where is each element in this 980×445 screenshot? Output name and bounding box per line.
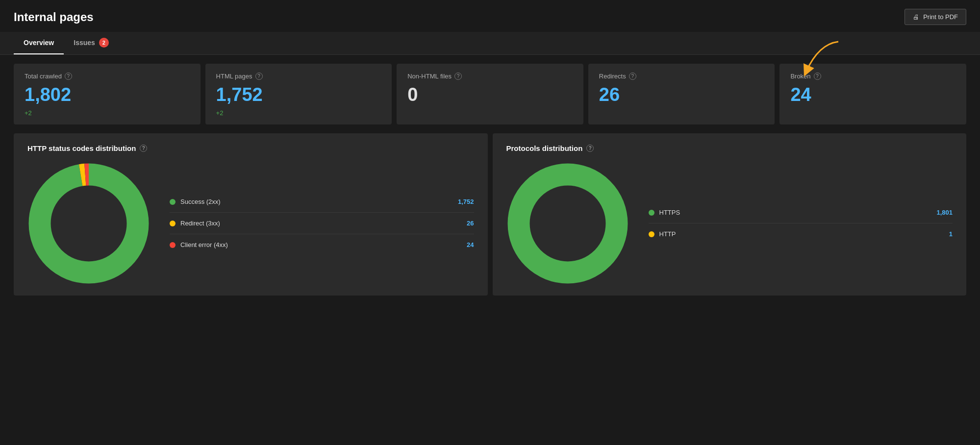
charts-row: HTTP status codes distribution ?: [0, 133, 980, 309]
http-status-chart-card: HTTP status codes distribution ?: [14, 133, 488, 296]
svg-point-3: [62, 197, 116, 250]
stat-redirects-label: Redirects ?: [599, 73, 764, 80]
client-error-count: 24: [467, 241, 474, 248]
broken-help-icon[interactable]: ?: [814, 73, 821, 80]
redirect-dot: [170, 221, 176, 226]
http-donut-chart: [27, 162, 150, 285]
protocols-legend: HTTPS 1,801 HTTP 1: [649, 202, 953, 245]
success-dot: [170, 199, 176, 205]
client-error-dot: [170, 242, 176, 248]
protocols-chart-title: Protocols distribution ?: [506, 144, 953, 152]
redirect-label: Redirect (3xx): [180, 220, 220, 227]
stat-broken: Broken ? 24: [779, 64, 966, 124]
stat-total-crawled-delta: +2: [25, 109, 190, 117]
success-label: Success (2xx): [180, 198, 221, 205]
http-count: 1: [949, 230, 953, 238]
protocols-chart-card: Protocols distribution ?: [493, 133, 967, 296]
page-header: Internal pages 🖨 Print to PDF: [0, 0, 980, 32]
stat-non-html-files-value: 0: [407, 85, 573, 105]
stat-html-pages-value: 1,752: [216, 85, 381, 105]
redirects-help-icon[interactable]: ?: [629, 73, 636, 80]
http-chart-help-icon[interactable]: ?: [140, 145, 147, 152]
stat-total-crawled: Total crawled ? 1,802 +2: [14, 64, 201, 124]
http-label: HTTP: [659, 230, 676, 238]
legend-item-https: HTTPS 1,801: [649, 202, 953, 223]
success-count: 1,752: [458, 198, 474, 205]
tab-overview-label: Overview: [24, 39, 54, 47]
https-count: 1,801: [936, 209, 953, 216]
redirect-count: 26: [467, 220, 474, 227]
legend-item-success: Success (2xx) 1,752: [170, 191, 474, 213]
client-error-label: Client error (4xx): [180, 241, 228, 248]
stat-non-html-files-label: Non-HTML files ?: [407, 73, 573, 80]
stat-html-pages: HTML pages ? 1,752 +2: [205, 64, 392, 124]
total-crawled-help-icon[interactable]: ?: [65, 73, 72, 80]
stat-html-pages-label: HTML pages ?: [216, 73, 381, 80]
stat-broken-label: Broken ?: [790, 73, 955, 80]
legend-item-redirect: Redirect (3xx) 26: [170, 213, 474, 234]
http-status-legend: Success (2xx) 1,752 Redirect (3xx) 26 Cl…: [170, 191, 474, 255]
stat-total-crawled-value: 1,802: [25, 85, 190, 105]
html-pages-help-icon[interactable]: ?: [255, 73, 263, 80]
stats-row: Total crawled ? 1,802 +2 HTML pages ? 1,…: [0, 55, 980, 133]
print-icon: 🖨: [913, 13, 919, 21]
tab-overview[interactable]: Overview: [14, 32, 64, 54]
print-label: Print to PDF: [923, 13, 958, 21]
tabs-bar: Overview Issues 2: [0, 32, 980, 55]
stat-non-html-files: Non-HTML files ? 0: [397, 64, 583, 124]
non-html-help-icon[interactable]: ?: [454, 73, 462, 80]
stat-total-crawled-label: Total crawled ?: [25, 73, 190, 80]
stat-html-pages-delta: +2: [216, 109, 381, 117]
legend-item-client-error: Client error (4xx) 24: [170, 234, 474, 255]
svg-point-6: [541, 197, 595, 250]
https-dot: [649, 210, 654, 216]
protocols-donut-chart: [506, 162, 629, 285]
stat-redirects-value: 26: [599, 85, 764, 105]
page-title: Internal pages: [14, 10, 94, 24]
http-status-chart-title: HTTP status codes distribution ?: [27, 144, 474, 152]
tab-issues-label: Issues: [74, 39, 95, 47]
https-label: HTTPS: [659, 209, 680, 216]
issues-badge: 2: [99, 38, 109, 48]
protocols-chart-content: HTTPS 1,801 HTTP 1: [506, 162, 953, 285]
http-status-chart-content: Success (2xx) 1,752 Redirect (3xx) 26 Cl…: [27, 162, 474, 285]
stat-redirects: Redirects ? 26: [588, 64, 775, 124]
print-to-pdf-button[interactable]: 🖨 Print to PDF: [905, 9, 966, 25]
stat-broken-value: 24: [790, 85, 955, 105]
tab-issues[interactable]: Issues 2: [64, 32, 119, 54]
legend-item-http: HTTP 1: [649, 223, 953, 245]
protocols-chart-help-icon[interactable]: ?: [586, 145, 594, 152]
http-dot: [649, 231, 654, 237]
